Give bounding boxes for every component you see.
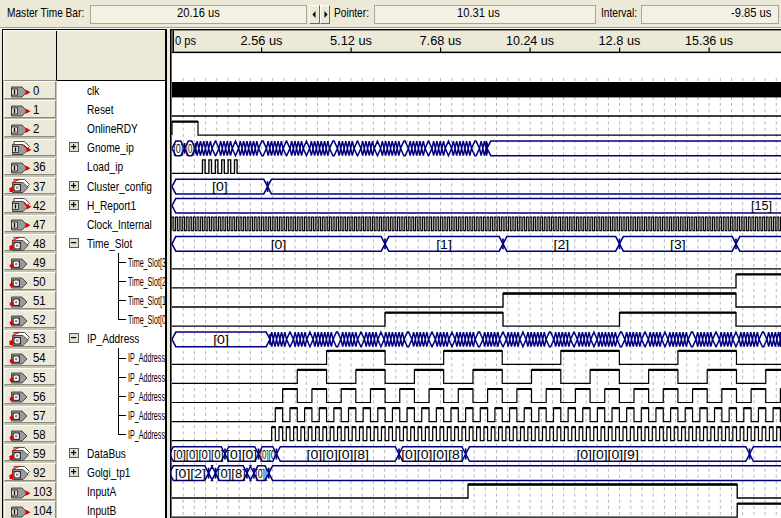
svg-text:[0]: [0] [213,333,229,347]
svg-text:7.68 us: 7.68 us [420,33,462,48]
svg-text:[3]: [3] [670,238,686,252]
svg-text:[0][0][0][8]: [0][0][0][8] [401,448,463,462]
svg-text:15.36 us: 15.36 us [685,33,733,48]
svg-text:[2]: [2] [554,238,570,252]
svg-text:[0]: [0] [173,142,183,156]
svg-text:[0][2]: [0][2] [175,467,206,481]
svg-text:[15]: [15] [751,199,772,213]
svg-text:0 ps: 0 ps [175,33,196,48]
svg-text:[0][0][0][0]: [0][0][0][0] [173,448,224,462]
svg-text:[0][0][0][8]: [0][0][0][8] [307,448,369,462]
svg-text:10.24 us: 10.24 us [506,33,554,48]
svg-text:[0]: [0] [212,180,228,194]
svg-text:2.56 us: 2.56 us [241,33,283,48]
svg-text:[0][0: [0][0 [260,448,276,462]
svg-text:[0]: [0] [186,142,195,156]
svg-text:12.8 us: 12.8 us [599,33,641,48]
svg-text:[0][: [0][ [255,467,268,481]
svg-text:[0][0]: [0][0] [226,448,257,462]
svg-text:5.12 us: 5.12 us [330,33,372,48]
svg-text:[0][8]: [0][8] [217,467,246,481]
svg-text:[0][0][0][9]: [0][0][0][9] [576,448,638,462]
svg-text:[1]: [1] [436,238,452,252]
svg-text:[0]: [0] [271,238,287,252]
